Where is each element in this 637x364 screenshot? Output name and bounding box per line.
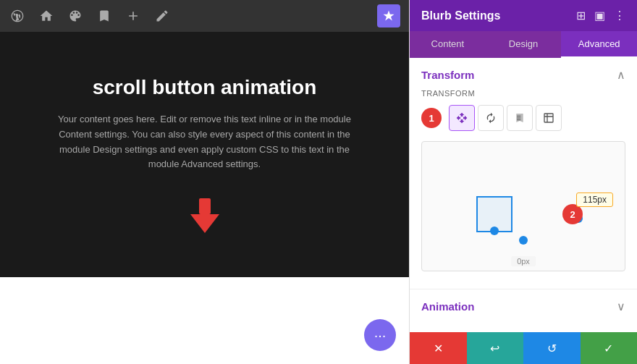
- settings-panel: Blurb Settings ⊞ ▣ ⋮ Content Design Adva…: [409, 0, 637, 364]
- transform-box[interactable]: [476, 196, 512, 232]
- tab-content[interactable]: Content: [410, 31, 486, 58]
- settings-title: Blurb Settings: [421, 9, 500, 22]
- transform-skew-btn[interactable]: [507, 105, 533, 131]
- tab-design[interactable]: Design: [486, 31, 562, 58]
- transform-icons-row: 1: [421, 105, 625, 131]
- transform-section-header[interactable]: Transform ∧: [410, 58, 637, 89]
- transform-canvas[interactable]: 2 115px 0px: [421, 141, 625, 271]
- redo-button[interactable]: ↺: [523, 332, 581, 364]
- transform-move-btn[interactable]: [449, 105, 475, 131]
- canvas-bottom-dot: [519, 236, 528, 245]
- canvas-bottom: [0, 277, 409, 364]
- transform-rotate-btn[interactable]: [478, 105, 504, 131]
- home-icon[interactable]: [38, 7, 55, 25]
- cancel-button[interactable]: ✕: [410, 332, 467, 364]
- responsive-icon[interactable]: ⊞: [576, 9, 586, 22]
- transform-toggle: ∧: [617, 68, 625, 82]
- badge-2: 2: [562, 204, 583, 224]
- transform-section: Transform ∧ Transform 1: [410, 58, 637, 289]
- badge-1: 1: [421, 108, 442, 128]
- animation-section: Animation ∨: [410, 289, 637, 323]
- action-bar: ✕ ↩ ↺ ✓: [410, 332, 637, 364]
- canvas-area: scroll button animation Your content goe…: [0, 0, 409, 364]
- chevron-down-icon: ∨: [617, 300, 625, 313]
- transform-sublabel: Transform: [421, 89, 625, 98]
- add-icon[interactable]: [125, 7, 142, 25]
- toolbar: [0, 0, 409, 32]
- pencil-icon[interactable]: [153, 7, 171, 25]
- layout-icon[interactable]: ▣: [594, 9, 605, 22]
- canvas-body-text: Your content goes here. Edit or remove t…: [46, 112, 364, 172]
- settings-body: Transform ∧ Transform 1: [410, 58, 637, 332]
- settings-tabs: Content Design Advanced: [410, 31, 637, 58]
- animation-header[interactable]: Animation ∨: [410, 289, 637, 323]
- transform-title: Transform: [421, 69, 474, 81]
- palette-icon[interactable]: [67, 7, 84, 25]
- canvas-content: scroll button animation Your content goe…: [0, 32, 409, 277]
- undo-button[interactable]: ↩: [467, 332, 524, 364]
- blue-dot-bottom: [490, 227, 499, 235]
- canvas-title: scroll button animation: [93, 76, 317, 99]
- divi-icon[interactable]: [377, 4, 400, 27]
- scroll-arrow: [190, 198, 219, 233]
- transform-body: Transform 1: [410, 89, 637, 289]
- fab-button[interactable]: ···: [364, 319, 396, 351]
- tab-advanced[interactable]: Advanced: [561, 31, 637, 58]
- transform-scale-btn[interactable]: [536, 105, 562, 131]
- settings-header-icons: ⊞ ▣ ⋮: [576, 9, 625, 22]
- bookmark-icon[interactable]: [96, 7, 113, 25]
- chevron-up-icon: ∧: [617, 68, 625, 82]
- svg-rect-0: [544, 114, 553, 122]
- translate-label: 0px: [511, 256, 536, 266]
- more-icon[interactable]: ⋮: [614, 9, 625, 22]
- transform-value-tooltip[interactable]: 115px: [576, 192, 613, 207]
- settings-header: Blurb Settings ⊞ ▣ ⋮: [410, 0, 637, 31]
- wordpress-icon[interactable]: [9, 7, 26, 25]
- confirm-button[interactable]: ✓: [581, 332, 638, 364]
- animation-title: Animation: [421, 300, 474, 313]
